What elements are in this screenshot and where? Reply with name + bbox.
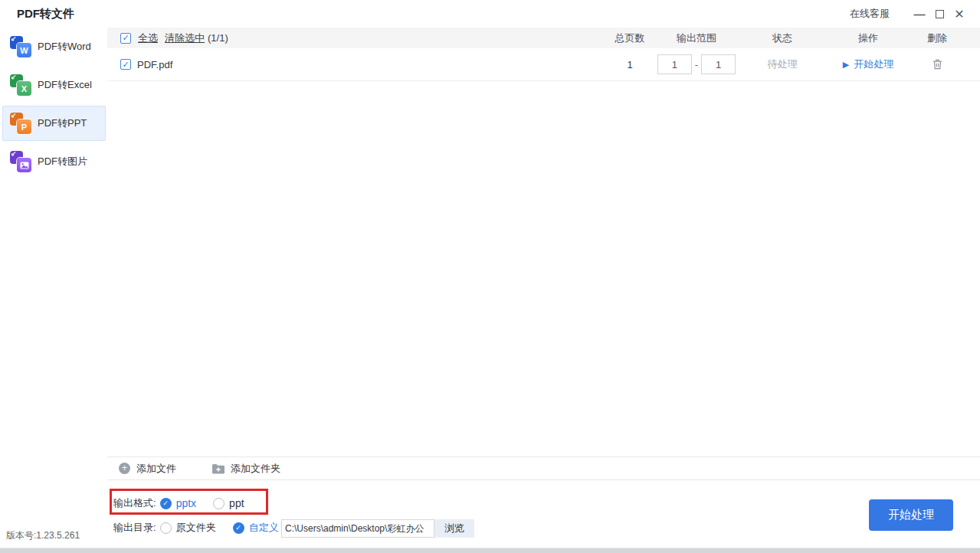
sidebar-item-pdf-to-excel[interactable]: ↙ X PDF转Excel: [2, 67, 106, 103]
browse-button[interactable]: 浏览: [434, 519, 474, 538]
pdf-to-ppt-icon: ↙ P: [10, 113, 31, 134]
play-icon: ▶: [843, 60, 849, 70]
main-area: ↙ W PDF转Word ↙ X PDF转Excel ↙ P: [0, 28, 980, 480]
range-cell: -: [654, 54, 739, 74]
radio-custom-label[interactable]: 自定义: [249, 521, 279, 535]
version-text: 版本号:1.23.5.261: [6, 529, 80, 542]
transfer-arrow-icon: ↙: [11, 35, 17, 43]
column-header-action: 操作: [826, 31, 910, 45]
list-toolbar: ✓ 全选 清除选中 (1/1): [107, 31, 605, 45]
add-file-button[interactable]: + 添加文件: [119, 462, 176, 476]
table-row: ✓ PDF.pdf 1 - 待处理 ▶ 开始处理: [107, 48, 980, 81]
range-separator: -: [695, 59, 698, 70]
sidebar-item-label: PDF转Excel: [38, 78, 92, 92]
column-header-delete: 删除: [910, 31, 964, 45]
output-format-row: 输出格式: ✓ pptx ppt: [113, 492, 261, 514]
sidebar: ↙ W PDF转Word ↙ X PDF转Excel ↙ P: [0, 28, 107, 480]
file-cell: ✓ PDF.pdf: [107, 59, 605, 70]
row-checkbox[interactable]: ✓: [120, 59, 131, 70]
radio-pptx-label[interactable]: pptx: [176, 497, 196, 509]
list-header: ✓ 全选 清除选中 (1/1) 总页数 输出范围 状态 操作 删除: [107, 28, 980, 48]
maximize-icon[interactable]: [929, 5, 949, 23]
range-from-input[interactable]: [657, 54, 692, 74]
add-file-icon: +: [119, 463, 130, 474]
maximize-box: [936, 10, 944, 18]
photo-icon: [17, 158, 31, 172]
radio-ppt[interactable]: [213, 498, 225, 509]
pdf-to-image-icon: ↙: [10, 151, 31, 172]
title-bar: PDF转文件 在线客服 — ✕: [0, 0, 980, 28]
add-folder-button[interactable]: 添加文件夹: [212, 462, 280, 476]
trash-icon[interactable]: [932, 58, 943, 70]
transfer-arrow-icon: ↙: [11, 74, 17, 81]
radio-custom[interactable]: ✓: [233, 522, 244, 534]
file-list-panel: ✓ 全选 清除选中 (1/1) 总页数 输出范围 状态 操作 删除 ✓ PDF.…: [107, 28, 980, 480]
output-dir-label: 输出目录:: [113, 521, 156, 535]
radio-original-folder[interactable]: [160, 522, 172, 534]
start-row-button[interactable]: 开始处理: [854, 57, 893, 71]
delete-cell: [910, 58, 964, 70]
sidebar-item-label: PDF转PPT: [38, 116, 87, 130]
output-path-input[interactable]: [281, 519, 434, 538]
action-cell: ▶ 开始处理: [826, 57, 910, 71]
output-format-label: 输出格式:: [113, 496, 156, 510]
add-folder-icon: [212, 463, 225, 474]
sidebar-item-pdf-to-word[interactable]: ↙ W PDF转Word: [2, 29, 106, 64]
pdf-to-excel-icon: ↙ X: [10, 74, 31, 96]
transfer-arrow-icon: ↙: [11, 150, 17, 158]
add-bar: + 添加文件 添加文件夹: [107, 456, 980, 480]
column-header-status: 状态: [739, 31, 826, 45]
add-file-label: 添加文件: [136, 462, 176, 476]
select-all-link[interactable]: 全选: [138, 31, 158, 45]
minimize-icon[interactable]: —: [910, 5, 929, 23]
range-to-input[interactable]: [701, 54, 736, 74]
close-icon[interactable]: ✕: [949, 5, 969, 23]
list-empty-space: [107, 81, 980, 456]
radio-ppt-label[interactable]: ppt: [229, 497, 244, 509]
pages-cell: 1: [605, 59, 654, 70]
selection-count: (1/1): [208, 32, 228, 44]
sidebar-item-label: PDF转图片: [38, 155, 87, 169]
select-all-checkbox[interactable]: ✓: [120, 33, 131, 44]
output-dir-row: 输出目录: 原文件夹 ✓ 自定义: [113, 517, 296, 538]
sidebar-item-pdf-to-image[interactable]: ↙ PDF转图片: [2, 144, 106, 179]
pdf-to-word-icon: ↙ W: [10, 36, 31, 57]
column-header-range: 输出范围: [654, 31, 739, 45]
start-processing-button[interactable]: 开始处理: [869, 499, 953, 531]
status-badge: 待处理: [739, 57, 826, 71]
radio-original-folder-label[interactable]: 原文件夹: [176, 521, 216, 535]
sidebar-item-pdf-to-ppt[interactable]: ↙ P PDF转PPT: [2, 106, 106, 141]
footer-panel: 输出格式: ✓ pptx ppt 输出目录: 原文件夹 ✓ 自定义 浏览 开始处…: [0, 480, 980, 553]
sidebar-item-label: PDF转Word: [38, 40, 91, 54]
titlebar-controls: 在线客服 — ✕: [850, 5, 969, 23]
window-bottom-edge: [0, 548, 980, 553]
app-window: PDF转文件 在线客服 — ✕ ↙ W PDF转Word ↙: [0, 0, 980, 553]
transfer-arrow-icon: ↙: [11, 112, 17, 119]
online-service-link[interactable]: 在线客服: [850, 7, 890, 21]
column-header-pages: 总页数: [605, 31, 654, 45]
clear-selection-link[interactable]: 清除选中: [165, 31, 205, 45]
radio-pptx[interactable]: ✓: [160, 498, 172, 509]
add-folder-label: 添加文件夹: [231, 462, 280, 476]
file-name: PDF.pdf: [137, 59, 172, 70]
page-title: PDF转文件: [17, 7, 74, 21]
